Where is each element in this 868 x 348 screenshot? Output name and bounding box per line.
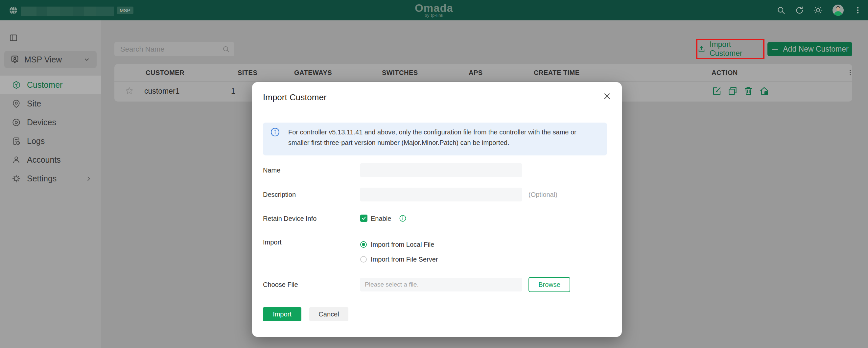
export-site-icon[interactable] (759, 86, 769, 96)
favorite-star-icon[interactable] (125, 87, 134, 95)
modal-cancel-button[interactable]: Cancel (309, 307, 348, 321)
sidebar-item-label: Customer (27, 80, 62, 90)
sidebar-item-label: Logs (27, 136, 45, 146)
duplicate-icon[interactable] (728, 86, 738, 96)
optional-hint: (Optional) (528, 188, 557, 201)
info-circle-icon (270, 127, 280, 137)
edit-icon[interactable] (712, 86, 722, 96)
search-name-input[interactable] (114, 42, 234, 56)
settings-gear-icon (12, 174, 21, 183)
more-kebab-icon[interactable] (854, 6, 862, 14)
column-settings-kebab-icon[interactable] (847, 69, 854, 76)
browse-button[interactable]: Browse (528, 277, 570, 292)
import-label: Import (263, 235, 282, 249)
user-avatar[interactable] (832, 4, 844, 16)
choose-file-field[interactable] (360, 278, 522, 291)
sidebar-item-devices[interactable]: Devices (0, 113, 101, 132)
chevron-down-icon (83, 56, 91, 63)
description-field[interactable] (360, 188, 522, 201)
retain-device-info-label: Retain Device Info (263, 212, 316, 225)
sidebar-collapse-icon[interactable] (9, 33, 18, 42)
omada-logo: Omada by tp-link (0, 3, 868, 18)
devices-disc-icon (12, 118, 21, 127)
sidebar-item-settings[interactable]: Settings (0, 169, 101, 188)
modal-import-button[interactable]: Import (263, 307, 301, 321)
import-customer-annotation-box: Import Customer (696, 39, 765, 59)
name-field[interactable] (360, 163, 522, 177)
col-header-sites[interactable]: SITES (238, 64, 257, 82)
row-actions (712, 86, 769, 96)
sidebar-item-site[interactable]: Site (0, 94, 101, 113)
modal-title: Import Customer (263, 92, 327, 102)
search-icon[interactable] (222, 45, 230, 53)
radio-import-local-file[interactable] (360, 241, 367, 248)
table-header-row: CUSTOMER SITES GATEWAYS SWITCHES APS CRE… (114, 64, 852, 82)
col-header-customer[interactable]: CUSTOMER (146, 64, 184, 82)
customer-hexagon-icon (12, 81, 21, 89)
close-icon[interactable] (603, 92, 611, 100)
msp-view-label: MSP View (24, 55, 62, 64)
topbar-icon-group (777, 0, 862, 20)
name-label: Name (263, 163, 280, 177)
add-new-customer-label: Add New Customer (783, 45, 848, 54)
cell-sites-count: 1 (231, 82, 235, 100)
radio-import-file-server[interactable] (360, 256, 367, 262)
col-header-create-time[interactable]: CREATE TIME (534, 64, 580, 82)
refresh-icon[interactable] (795, 6, 804, 15)
search-name-box (114, 42, 234, 56)
sidebar-item-label: Accounts (27, 155, 61, 165)
msp-view-selector[interactable]: MSP View (4, 51, 97, 68)
msp-view-icon (10, 55, 20, 64)
theme-sun-icon[interactable] (813, 6, 823, 15)
col-header-gateways[interactable]: GATEWAYS (294, 64, 332, 82)
import-customer-modal: Import Customer For controller v5.13.11.… (252, 82, 622, 337)
plus-icon (771, 45, 779, 53)
col-header-aps[interactable]: APS (469, 64, 483, 82)
top-bar: MSP Omada by tp-link (0, 0, 868, 20)
enable-checkbox[interactable] (360, 215, 367, 222)
col-header-switches[interactable]: SWITCHES (382, 64, 418, 82)
upload-icon (698, 45, 706, 53)
accounts-person-icon (12, 155, 21, 164)
sidebar-item-label: Settings (27, 174, 57, 183)
sidebar-item-customer[interactable]: Customer (0, 75, 101, 94)
sidebar-item-logs[interactable]: Logs (0, 132, 101, 151)
sidebar-nav: Customer Site Devices Logs Accounts (0, 75, 101, 188)
radio-local-label[interactable]: Import from Local File (371, 238, 434, 251)
omada-logo-text: Omada (0, 3, 868, 13)
enable-label: Enable (371, 212, 391, 225)
sidebar-item-accounts[interactable]: Accounts (0, 151, 101, 169)
search-icon[interactable] (777, 6, 785, 15)
retain-info-icon[interactable] (399, 215, 407, 222)
col-header-action: ACTION (712, 64, 738, 82)
info-banner: For controller v5.13.11.41 and above, on… (263, 123, 607, 155)
choose-file-label: Choose File (263, 278, 298, 291)
import-customer-label: Import Customer (710, 40, 763, 58)
chevron-right-icon (85, 175, 92, 182)
sidebar-item-label: Devices (27, 118, 56, 127)
radio-server-label[interactable]: Import from File Server (371, 252, 438, 266)
omada-logo-subtext: by tp-link (0, 13, 868, 18)
import-customer-button[interactable]: Import Customer (698, 40, 763, 58)
info-banner-text: For controller v5.13.11.41 and above, on… (288, 127, 599, 148)
add-new-customer-button[interactable]: Add New Customer (768, 42, 852, 56)
site-pin-icon (12, 99, 21, 108)
description-label: Description (263, 188, 296, 201)
sidebar: MSP View Customer Site Devices (0, 20, 101, 348)
delete-trash-icon[interactable] (743, 86, 753, 96)
sidebar-item-label: Site (27, 99, 41, 108)
logs-document-icon (12, 137, 21, 146)
cell-customer-name[interactable]: customer1 (144, 82, 180, 100)
